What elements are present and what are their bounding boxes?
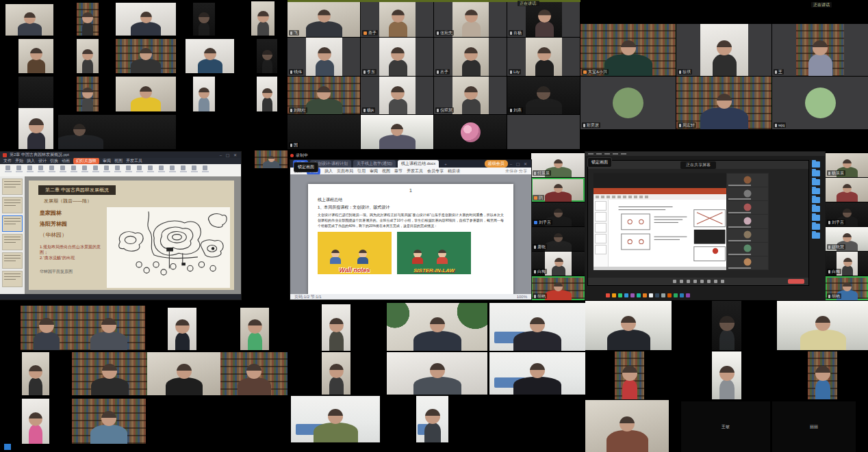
video-tile[interactable]: 丽丽 — [772, 401, 856, 452]
toolbar-button[interactable] — [114, 165, 121, 172]
video-tile[interactable] — [322, 304, 350, 351]
video-tile[interactable] — [21, 306, 72, 350]
video-tile[interactable]: 王敏 — [681, 401, 770, 452]
video-tile[interactable]: 赵晓慧 — [826, 227, 868, 251]
video-tile[interactable] — [808, 351, 837, 399]
powerpoint-thumbnails[interactable] — [593, 200, 609, 267]
slide-thumbnail[interactable] — [2, 234, 23, 250]
video-tile[interactable] — [257, 77, 277, 111]
video-tile[interactable] — [22, 399, 49, 444]
menu-item[interactable]: 插入 — [27, 158, 35, 164]
toolbar-button[interactable] — [125, 165, 132, 172]
video-tile[interactable] — [72, 399, 146, 444]
video-tile[interactable] — [416, 396, 448, 442]
slide-thumbnail-panel[interactable] — [0, 176, 25, 294]
presentation-toolbar[interactable] — [0, 164, 241, 176]
dock-icon[interactable] — [680, 293, 684, 297]
dock-icon[interactable] — [649, 293, 653, 297]
video-tile[interactable]: 白梅 — [826, 252, 868, 276]
video-tile[interactable]: 刘子言 — [531, 202, 585, 226]
toolbar-button[interactable] — [136, 165, 143, 172]
folder-icon[interactable] — [812, 170, 820, 176]
document-page[interactable]: 1 线上课程总结 1、本周所授课程：文创设计、版式设计 文创设计课程已进行到最后… — [308, 184, 513, 294]
slide-thumbnail[interactable] — [2, 178, 23, 195]
menu-item[interactable]: 切换 — [50, 158, 58, 164]
toolbar-button[interactable] — [26, 165, 34, 172]
menu-item[interactable]: 审阅 — [370, 168, 378, 174]
video-tile[interactable] — [826, 178, 868, 202]
toolbar-button[interactable] — [92, 165, 99, 172]
video-tile[interactable]: wjq — [772, 77, 868, 129]
video-tile[interactable] — [257, 39, 277, 73]
folder-icon[interactable] — [812, 179, 820, 185]
video-tile[interactable]: 彩奕居 — [580, 77, 676, 129]
video-tile[interactable] — [507, 115, 580, 149]
slide-thumbnail[interactable] — [2, 271, 23, 287]
video-tile[interactable] — [193, 77, 215, 111]
video-tile[interactable] — [255, 150, 288, 168]
menu-item[interactable]: 页面布局 — [337, 168, 353, 174]
video-tile[interactable] — [489, 352, 585, 395]
folder-icon[interactable] — [812, 197, 820, 203]
dock[interactable] — [606, 293, 690, 297]
video-tile[interactable]: 刘燕 — [507, 77, 580, 114]
toolbar-button[interactable] — [37, 165, 44, 172]
video-tile[interactable] — [147, 352, 220, 395]
folder-icon[interactable] — [812, 232, 820, 239]
folder-icon[interactable] — [812, 206, 820, 212]
toolbar-button[interactable] — [15, 165, 23, 172]
video-tile[interactable] — [615, 351, 644, 399]
toolbar-button[interactable] — [190, 165, 198, 172]
toolbar-button[interactable] — [59, 165, 66, 172]
toolbar-button[interactable] — [146, 165, 154, 172]
dock-icon[interactable] — [624, 293, 628, 297]
menu-item[interactable]: 视图 — [382, 168, 390, 174]
toolbar-button[interactable] — [103, 165, 110, 172]
video-tile[interactable] — [186, 39, 234, 73]
toolbar-button[interactable] — [81, 165, 88, 172]
participant-row[interactable] — [727, 215, 768, 228]
menu-item[interactable]: 开发工具 — [126, 158, 142, 164]
presentation-titlebar[interactable]: 第2章 中国古典园林发展概况.ppt – ▢ ✕ — [0, 152, 241, 158]
menu-item[interactable]: 开发工具 — [407, 168, 423, 174]
video-tile[interactable] — [322, 352, 350, 395]
video-tile[interactable]: 国 — [288, 115, 360, 149]
participant-list[interactable] — [726, 173, 769, 270]
toolbar-button[interactable] — [157, 165, 165, 172]
video-tile[interactable]: Lily — [507, 38, 580, 76]
new-tab-button[interactable]: + — [441, 161, 450, 167]
slide-thumbnail[interactable] — [2, 252, 23, 269]
video-tile[interactable] — [585, 400, 669, 452]
document-area[interactable]: 1 线上课程总结 1、本周所授课程：文创设计、版式设计 文创设计课程已进行到最后… — [290, 181, 531, 294]
video-tile[interactable]: 胡艳 — [531, 276, 585, 300]
video-tile[interactable] — [240, 308, 269, 350]
dock-icon[interactable] — [630, 293, 635, 297]
toolbar-button[interactable] — [48, 165, 55, 172]
menu-item[interactable]: 视图 — [114, 158, 123, 164]
video-tile[interactable]: 杨jk — [361, 77, 433, 114]
video-tile[interactable]: 鹃 — [531, 178, 585, 202]
menu-item[interactable]: 审阅 — [103, 158, 111, 164]
toolbar-button[interactable] — [201, 165, 209, 172]
video-tile[interactable] — [77, 39, 99, 73]
dock-icon[interactable] — [612, 293, 616, 297]
video-tile[interactable]: 刘子言 — [826, 202, 868, 226]
participant-row[interactable] — [727, 201, 768, 214]
video-tile[interactable] — [387, 352, 487, 395]
writer-tab-bar[interactable]: 首页文创设计-课程计划关于线上教学(通知)线上课程总结.docx+超级会员– ▢… — [290, 160, 531, 168]
folder-icon[interactable] — [812, 215, 820, 221]
dock-icon[interactable] — [661, 293, 665, 297]
video-tile[interactable] — [777, 301, 868, 350]
folder-icon[interactable] — [812, 188, 820, 194]
dock-icon[interactable] — [637, 293, 641, 297]
video-tile[interactable]: 王 — [772, 24, 868, 76]
dock-icon[interactable] — [674, 293, 678, 297]
document-tab[interactable]: 线上课程总结.docx — [398, 160, 439, 168]
participant-row[interactable] — [727, 187, 768, 200]
menu-item[interactable]: 会员专享 — [427, 168, 444, 174]
video-tile[interactable]: 丛子 — [434, 38, 507, 76]
dock-icon[interactable] — [686, 293, 690, 297]
video-tile[interactable]: 大宝&小贝 — [580, 24, 676, 76]
video-tile[interactable] — [361, 115, 433, 149]
video-tile[interactable] — [72, 352, 147, 395]
